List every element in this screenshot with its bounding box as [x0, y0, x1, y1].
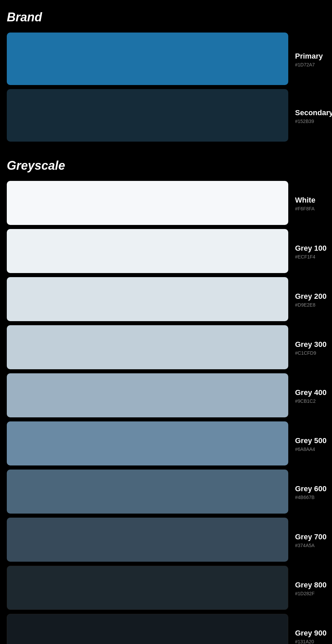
- greyscale-color-row: White#F6F8FA: [7, 181, 325, 225]
- color-info: Grey 700#374A5A: [295, 531, 327, 548]
- color-hex-label: #152B39: [295, 119, 332, 124]
- color-name-label: Grey 900: [295, 629, 327, 638]
- color-name-label: Grey 100: [295, 244, 327, 253]
- greyscale-color-list: White#F6F8FAGrey 100#ECF1F4Grey 200#D9E2…: [7, 181, 325, 644]
- color-info: Grey 800#1D282F: [295, 579, 327, 596]
- brand-title: Brand: [7, 10, 325, 24]
- greyscale-color-row: Grey 700#374A5A: [7, 518, 325, 562]
- color-swatch: [7, 277, 288, 321]
- color-name-label: Grey 600: [295, 484, 327, 493]
- brand-section: Brand Primary#1D72A7Secondary#152B39: [7, 10, 325, 142]
- color-info: White#F6F8FA: [295, 194, 315, 211]
- color-hex-label: #C1CFD9: [295, 350, 327, 356]
- greyscale-color-row: Grey 800#1D282F: [7, 566, 325, 610]
- brand-color-row: Secondary#152B39: [7, 89, 325, 142]
- color-hex-label: #F6F8FA: [295, 206, 315, 211]
- color-info: Primary#1D72A7: [295, 50, 323, 67]
- greyscale-color-row: Grey 500#6A8AA4: [7, 421, 325, 465]
- color-swatch: [7, 89, 288, 142]
- greyscale-color-row: Grey 200#D9E2E8: [7, 277, 325, 321]
- color-info: Grey 600#4B667B: [295, 483, 327, 500]
- color-swatch: [7, 373, 288, 417]
- color-name-label: Secondary: [295, 108, 332, 117]
- color-hex-label: #6A8AA4: [295, 446, 327, 452]
- color-info: Grey 200#D9E2E8: [295, 291, 327, 308]
- color-info: Grey 100#ECF1F4: [295, 243, 327, 259]
- color-info: Grey 900#131A20: [295, 627, 327, 644]
- color-hex-label: #1D72A7: [295, 62, 323, 67]
- color-swatch: [7, 181, 288, 225]
- color-name-label: White: [295, 196, 315, 205]
- color-hex-label: #D9E2E8: [295, 302, 327, 308]
- color-hex-label: #1D282F: [295, 591, 327, 596]
- color-hex-label: #374A5A: [295, 543, 327, 548]
- color-info: Grey 400#9CB1C2: [295, 387, 327, 404]
- greyscale-color-row: Grey 600#4B667B: [7, 470, 325, 514]
- color-swatch: [7, 566, 288, 610]
- color-name-label: Grey 400: [295, 388, 327, 397]
- greyscale-color-row: Grey 900#131A20: [7, 614, 325, 644]
- color-swatch: [7, 33, 288, 85]
- color-swatch: [7, 325, 288, 369]
- color-info: Secondary#152B39: [295, 107, 332, 124]
- color-name-label: Grey 500: [295, 436, 327, 445]
- color-info: Grey 300#C1CFD9: [295, 339, 327, 356]
- color-name-label: Grey 200: [295, 292, 327, 301]
- color-swatch: [7, 229, 288, 273]
- brand-color-list: Primary#1D72A7Secondary#152B39: [7, 33, 325, 142]
- greyscale-color-row: Grey 100#ECF1F4: [7, 229, 325, 273]
- color-name-label: Grey 800: [295, 581, 327, 589]
- color-hex-label: #9CB1C2: [295, 398, 327, 404]
- color-name-label: Grey 700: [295, 533, 327, 541]
- color-swatch: [7, 614, 288, 644]
- color-swatch: [7, 470, 288, 514]
- color-hex-label: #131A20: [295, 639, 327, 644]
- color-swatch: [7, 421, 288, 465]
- greyscale-title: Greyscale: [7, 159, 325, 173]
- color-info: Grey 500#6A8AA4: [295, 435, 327, 452]
- color-name-label: Primary: [295, 52, 323, 61]
- brand-color-row: Primary#1D72A7: [7, 33, 325, 85]
- greyscale-color-row: Grey 300#C1CFD9: [7, 325, 325, 369]
- color-hex-label: #4B667B: [295, 495, 327, 500]
- color-hex-label: #ECF1F4: [295, 254, 327, 259]
- greyscale-color-row: Grey 400#9CB1C2: [7, 373, 325, 417]
- color-name-label: Grey 300: [295, 340, 327, 349]
- greyscale-section: Greyscale White#F6F8FAGrey 100#ECF1F4Gre…: [7, 159, 325, 644]
- color-swatch: [7, 518, 288, 562]
